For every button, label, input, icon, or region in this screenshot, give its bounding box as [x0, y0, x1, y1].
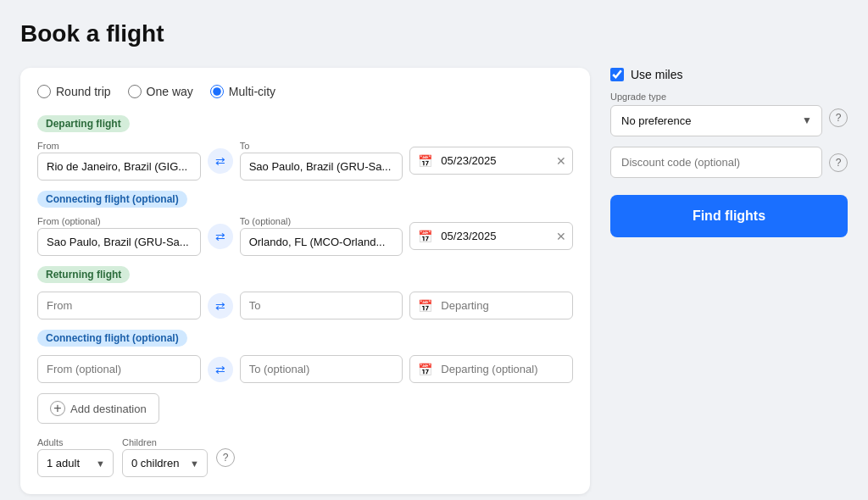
- departing-date-input[interactable]: [409, 147, 573, 175]
- connecting-badge: Connecting flight (optional): [37, 191, 187, 208]
- multi-city-radio[interactable]: [210, 85, 224, 98]
- connecting-date-input[interactable]: [409, 222, 573, 250]
- page-title: Book a flight: [20, 20, 848, 47]
- add-destination-label: Add destination: [70, 403, 147, 415]
- one-way-option[interactable]: One way: [128, 85, 193, 98]
- returning-flight-section: Returning flight ⇄ 📅: [37, 266, 573, 319]
- left-panel: Round trip One way Multi-city Departing …: [20, 68, 590, 494]
- departing-to-input[interactable]: [240, 153, 403, 181]
- connecting-2-flight-row: ⇄ 📅: [37, 355, 573, 383]
- children-wrapper: Children 0 children 1 child 2 children 3…: [122, 437, 208, 477]
- returning-from-wrapper: [37, 292, 201, 319]
- round-trip-label: Round trip: [56, 85, 111, 98]
- find-flights-button[interactable]: Find flights: [610, 195, 848, 237]
- departing-swap-button[interactable]: ⇄: [208, 148, 233, 174]
- connecting-from-wrapper: From (optional): [37, 216, 201, 256]
- returning-badge: Returning flight: [37, 266, 130, 283]
- departing-from-wrapper: From: [37, 141, 201, 181]
- departing-from-label: From: [37, 141, 201, 151]
- children-label: Children: [122, 437, 208, 447]
- returning-to-input[interactable]: [240, 292, 403, 319]
- connecting-2-badge: Connecting flight (optional): [37, 330, 187, 347]
- departing-to-label: To: [240, 141, 403, 151]
- adults-select-wrapper: 1 adult 2 adults 3 adults 4 adults ▼: [37, 449, 114, 477]
- add-destination-button[interactable]: + Add destination: [37, 393, 159, 424]
- departing-to-wrapper: To: [240, 141, 403, 181]
- returning-to-wrapper: [240, 292, 403, 319]
- adults-label: Adults: [37, 437, 114, 447]
- adults-wrapper: Adults 1 adult 2 adults 3 adults 4 adult…: [37, 437, 114, 477]
- connecting-to-input[interactable]: [240, 228, 403, 256]
- connecting-flight-row: From (optional) ⇄ To (optional) 📅 ✕: [37, 216, 573, 256]
- one-way-label: One way: [147, 85, 193, 98]
- returning-date-input[interactable]: [409, 292, 573, 319]
- connecting-date-wrapper: 📅 ✕: [409, 222, 573, 250]
- connecting-2-to-wrapper: [240, 355, 403, 383]
- children-select[interactable]: 0 children 1 child 2 children 3 children: [122, 449, 208, 477]
- returning-flight-row: ⇄ 📅: [37, 292, 573, 319]
- connecting-from-label: From (optional): [37, 216, 201, 226]
- round-trip-radio[interactable]: [37, 85, 51, 98]
- returning-from-input[interactable]: [37, 292, 201, 319]
- departing-flight-section: Departing flight From ⇄ To 📅 ✕: [37, 115, 573, 181]
- passengers-row: Adults 1 adult 2 adults 3 adults 4 adult…: [37, 437, 573, 477]
- upgrade-type-wrapper: Upgrade type No preference Economy Busin…: [610, 92, 822, 136]
- add-destination-plus-icon: +: [50, 401, 65, 416]
- departing-date-clear-button[interactable]: ✕: [556, 155, 566, 167]
- departing-badge: Departing flight: [37, 115, 130, 132]
- departing-date-wrapper: 📅 ✕: [409, 147, 573, 175]
- children-select-wrapper: 0 children 1 child 2 children 3 children…: [122, 449, 208, 477]
- discount-code-wrapper: ?: [610, 147, 848, 178]
- use-miles-row[interactable]: Use miles: [610, 68, 848, 81]
- connecting-swap-button[interactable]: ⇄: [208, 224, 233, 249]
- upgrade-type-select[interactable]: No preference Economy Business First Cla…: [610, 105, 822, 136]
- connecting-from-input[interactable]: [37, 228, 201, 256]
- use-miles-checkbox[interactable]: [610, 68, 624, 81]
- connecting-to-label: To (optional): [240, 216, 403, 226]
- departing-from-input[interactable]: [37, 153, 201, 181]
- multi-city-option[interactable]: Multi-city: [210, 85, 275, 98]
- trip-type-row: Round trip One way Multi-city: [37, 85, 573, 98]
- multi-city-label: Multi-city: [229, 85, 275, 98]
- connecting-2-to-input[interactable]: [240, 355, 403, 383]
- one-way-radio[interactable]: [128, 85, 142, 98]
- connecting-2-swap-button[interactable]: ⇄: [208, 357, 233, 382]
- upgrade-type-row: Upgrade type No preference Economy Busin…: [610, 92, 848, 136]
- returning-swap-button[interactable]: ⇄: [208, 293, 233, 319]
- connecting-2-from-wrapper: [37, 355, 201, 383]
- connecting-2-date-input[interactable]: [409, 355, 573, 383]
- adults-select[interactable]: 1 adult 2 adults 3 adults 4 adults: [37, 449, 114, 477]
- connecting-flight-section: Connecting flight (optional) From (optio…: [37, 191, 573, 256]
- discount-help-button[interactable]: ?: [829, 153, 848, 172]
- use-miles-label: Use miles: [631, 68, 682, 81]
- upgrade-label: Upgrade type: [610, 92, 822, 102]
- upgrade-help-button[interactable]: ?: [829, 108, 848, 127]
- round-trip-option[interactable]: Round trip: [37, 85, 111, 98]
- passengers-help-button[interactable]: ?: [216, 448, 235, 467]
- connecting-date-clear-button[interactable]: ✕: [556, 231, 566, 242]
- right-panel: Use miles Upgrade type No preference Eco…: [610, 68, 848, 237]
- discount-code-input[interactable]: [610, 147, 822, 178]
- connecting-to-wrapper: To (optional): [240, 216, 403, 256]
- departing-flight-row: From ⇄ To 📅 ✕: [37, 141, 573, 181]
- connecting-2-from-input[interactable]: [37, 355, 201, 383]
- connecting-2-date-wrapper: 📅: [409, 355, 573, 383]
- main-layout: Round trip One way Multi-city Departing …: [20, 68, 848, 494]
- returning-date-wrapper: 📅: [409, 292, 573, 319]
- connecting-flight-2-section: Connecting flight (optional) ⇄ 📅: [37, 330, 573, 383]
